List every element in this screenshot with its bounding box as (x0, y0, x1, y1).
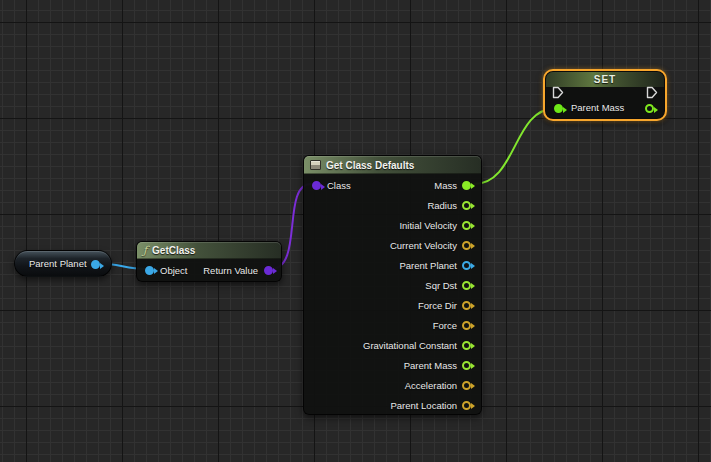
pin-label: Parent Location (390, 400, 457, 411)
get-class-defaults-header[interactable]: Get Class Defaults (304, 156, 481, 174)
output-pin-row: Parent Mass (304, 355, 481, 375)
pin-label: Sqr Dst (425, 280, 457, 291)
node-set-parent-mass[interactable]: SET Parent Mass (546, 72, 664, 118)
return-value-output: Return Value (203, 265, 273, 276)
object-input: Object (145, 265, 187, 276)
pin-label: Radius (427, 200, 457, 211)
getclass-header[interactable]: ƒ GetClass (137, 242, 281, 259)
output-pin-row: Acceleration (304, 375, 481, 395)
output-pin[interactable] (462, 341, 471, 350)
pin-label: Mass (434, 180, 457, 191)
pin-label: Parent Planet (399, 260, 457, 271)
pin-label: Force Dir (418, 300, 457, 311)
output-pin-row: Parent Location (304, 395, 481, 415)
output-pin[interactable] (462, 261, 471, 270)
node-title: Get Class Defaults (326, 160, 414, 171)
output-pin-row: Initial Velocity (304, 215, 481, 235)
output-pin[interactable] (462, 401, 471, 410)
output-pin[interactable] (462, 301, 471, 310)
output-pin-row: Radius (304, 195, 481, 215)
node-title: GetClass (152, 245, 195, 256)
output-pin-row: Gravitational Constant (304, 335, 481, 355)
pin-label: Force (433, 320, 457, 331)
output-pin[interactable] (462, 201, 471, 210)
wire-mass[interactable] (474, 109, 555, 185)
output-pin-row: Force Dir (304, 295, 481, 315)
return-value-output-pin[interactable] (264, 266, 273, 275)
pin-label: Parent Mass (404, 360, 457, 371)
struct-icon (310, 160, 321, 170)
pin-label: Acceleration (405, 380, 457, 391)
pin-label: Gravitational Constant (363, 340, 457, 351)
output-pin[interactable] (462, 241, 471, 250)
pin-label: Initial Velocity (399, 220, 457, 231)
set-header[interactable]: SET (546, 72, 664, 87)
pin-label: Return Value (203, 265, 258, 276)
node-getclass[interactable]: ƒ GetClass Object Return Value (136, 241, 282, 282)
pin-label: Current Velocity (390, 240, 457, 251)
output-pin-row: Mass (304, 175, 481, 195)
output-pin-row: Parent Planet (304, 255, 481, 275)
output-pin[interactable] (462, 181, 471, 190)
output-pin-row: Current Velocity (304, 235, 481, 255)
blueprint-graph-canvas[interactable]: Parent Planet ƒ GetClass Object Return V… (0, 0, 711, 462)
node-parent-planet-variable[interactable]: Parent Planet (14, 250, 112, 277)
parent-mass-input-pin[interactable] (554, 104, 563, 113)
node-get-class-defaults[interactable]: Get Class Defaults Class Mass Radius Ini… (303, 155, 482, 415)
parent-mass-output-pin[interactable] (645, 104, 654, 113)
output-pin[interactable] (462, 381, 471, 390)
output-pin-row: Force (304, 315, 481, 335)
exec-output-pin[interactable] (646, 86, 658, 99)
pin-label: Parent Mass (571, 102, 624, 113)
object-output-pin[interactable] (91, 260, 100, 269)
output-pin[interactable] (462, 281, 471, 290)
output-pin[interactable] (462, 361, 471, 370)
outputs-list: Mass Radius Initial Velocity Current Vel… (304, 175, 481, 415)
function-icon: ƒ (143, 244, 147, 257)
selection-outline: SET Parent Mass (543, 69, 667, 121)
output-pin-row: Sqr Dst (304, 275, 481, 295)
variable-label: Parent Planet (29, 258, 87, 269)
pin-label: Object (160, 265, 187, 276)
exec-input-pin[interactable] (552, 86, 564, 99)
output-pin[interactable] (462, 321, 471, 330)
object-input-pin[interactable] (145, 266, 154, 275)
output-pin[interactable] (462, 221, 471, 230)
